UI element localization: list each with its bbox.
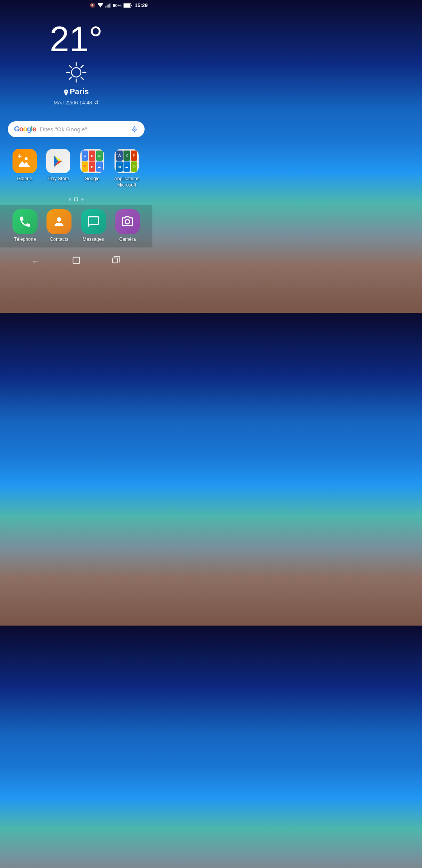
svg-rect-7 — [124, 4, 130, 7]
dock-contacts[interactable]: Contacts — [45, 209, 74, 242]
mute-icon: 🔇 — [90, 3, 95, 8]
google-search-bar[interactable]: Google Dites "Ok Google". — [8, 121, 145, 137]
svg-rect-2 — [107, 4, 108, 7]
messages-icon — [81, 209, 106, 234]
svg-rect-6 — [131, 5, 132, 6]
temperature-display: 21° — [50, 22, 103, 57]
battery-percent: 90% — [113, 3, 122, 8]
dock-telephone[interactable]: Téléphone — [10, 209, 39, 242]
google-icon: G ▶ M 📍 ▶ ☁ — [80, 149, 104, 173]
svg-point-8 — [72, 68, 81, 77]
contacts-label: Contacts — [50, 237, 68, 242]
home-button[interactable] — [72, 256, 80, 267]
svg-rect-1 — [107, 5, 107, 7]
svg-rect-0 — [106, 6, 106, 7]
svg-line-13 — [69, 65, 72, 68]
svg-rect-22 — [113, 258, 118, 263]
google-label: Google — [84, 176, 100, 182]
svg-rect-3 — [109, 4, 109, 8]
battery-icon — [123, 3, 132, 8]
weather-widget: 21° Paris MAJ 22/06 14:48 ↺ — [0, 10, 152, 106]
recents-button[interactable] — [112, 256, 121, 267]
dock-messages[interactable]: Messages — [79, 209, 108, 242]
wifi-icon — [97, 3, 104, 8]
svg-line-14 — [81, 77, 83, 79]
signal-icon — [106, 3, 111, 8]
app-google[interactable]: G ▶ M 📍 ▶ ☁ Google — [77, 149, 107, 188]
contacts-icon — [46, 209, 72, 234]
svg-rect-21 — [73, 257, 80, 264]
page-dot-1 — [69, 198, 71, 201]
dock-camera[interactable]: Caméra — [113, 209, 142, 242]
bottom-navigation: ← — [0, 251, 152, 271]
app-play-store[interactable]: Play Store — [44, 149, 73, 188]
app-grid: Galerie Play Store G ▶ M 📍 ▶ ☁ Google — [0, 145, 152, 192]
mic-icon[interactable] — [131, 126, 138, 133]
messages-label: Messages — [82, 237, 104, 242]
svg-line-15 — [81, 65, 83, 68]
microsoft-icon: W X P in ☁ O — [114, 149, 139, 173]
galerie-icon — [13, 149, 37, 173]
back-button[interactable]: ← — [32, 256, 40, 267]
weather-sun-icon — [64, 61, 88, 84]
location-icon — [64, 90, 68, 96]
svg-rect-4 — [110, 3, 111, 7]
search-placeholder: Dites "Ok Google". — [40, 126, 127, 133]
home-page-indicator — [74, 197, 78, 201]
app-galerie[interactable]: Galerie — [10, 149, 39, 188]
clock: 15:29 — [135, 2, 148, 8]
app-microsoft[interactable]: W X P in ☁ O Applications Microsoft — [111, 149, 142, 188]
update-time: MAJ 22/06 14:48 — [54, 100, 92, 106]
telephone-icon — [13, 209, 38, 234]
play-store-label: Play Store — [48, 176, 69, 182]
svg-line-16 — [69, 77, 72, 79]
camera-label: Caméra — [119, 237, 136, 242]
app-dock: Téléphone Contacts Messages Caméra — [0, 205, 152, 247]
page-indicator — [0, 197, 152, 201]
refresh-icon[interactable]: ↺ — [94, 99, 99, 106]
galerie-label: Galerie — [17, 176, 32, 182]
city-name: Paris — [70, 87, 89, 96]
google-logo: Google — [14, 125, 36, 133]
play-store-icon — [46, 149, 70, 173]
telephone-label: Téléphone — [14, 237, 36, 242]
status-bar: 🔇 90% 15:29 — [0, 0, 152, 10]
camera-icon — [115, 209, 140, 234]
microsoft-label: Applications Microsoft — [114, 176, 139, 188]
page-dot-2 — [81, 198, 84, 201]
